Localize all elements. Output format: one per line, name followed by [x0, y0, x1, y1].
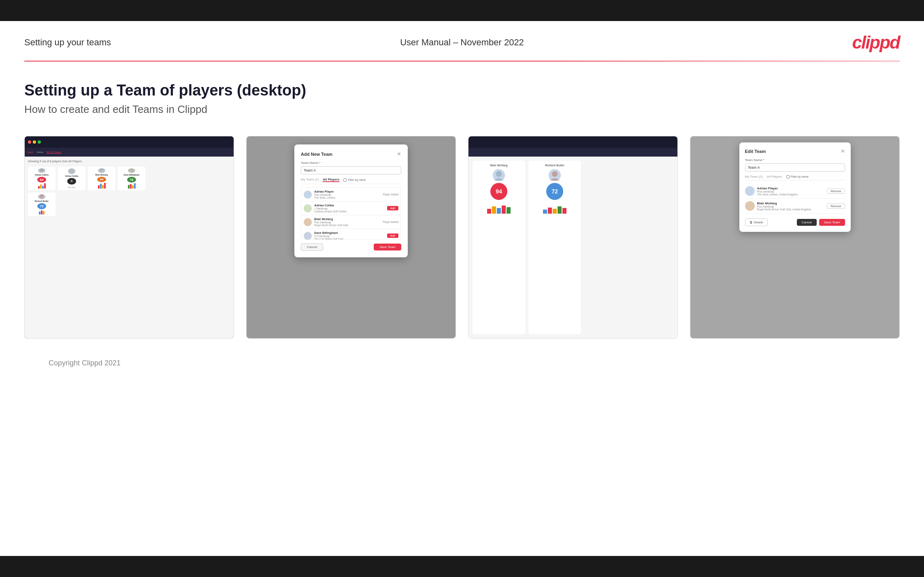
delete-team-button[interactable]: 🗑 Delete: [745, 218, 768, 226]
ss3-avatar-big-2: [549, 169, 561, 181]
ss1-nav: clippd Home My Rd Teams: [25, 148, 234, 157]
filter-label: Filter by name: [348, 178, 366, 181]
ss1-bar: [104, 183, 106, 189]
edit-tab-all-players[interactable]: All Players: [767, 175, 782, 178]
player-club-3: Royal North Devon Golf Club: [314, 224, 380, 227]
clippd-logo: clippd: [852, 32, 900, 53]
ss1-score-2: 0: [67, 178, 76, 185]
cancel-button[interactable]: Cancel: [301, 243, 323, 251]
ss1-teams: My Rd Teams: [47, 151, 62, 154]
tab-all-players[interactable]: All Players: [323, 178, 339, 182]
dot-yellow: [33, 140, 36, 144]
svg-point-5: [496, 171, 502, 177]
top-bar: [0, 0, 924, 21]
player-club-4: The Cog Magg Golf Club: [314, 238, 385, 240]
ss1-bar: [44, 183, 46, 189]
ss1-bar: [130, 184, 132, 189]
player-info-1: Adrian Player Plus Handicap The Stow, Lo…: [314, 190, 380, 199]
add-player-button-4[interactable]: Add: [387, 233, 398, 238]
player-name-1: Adrian Player: [314, 190, 380, 193]
modal-team-name-input[interactable]: [301, 166, 401, 174]
ss1-player-2: Adrian Coliba 0 No data: [58, 167, 85, 190]
page-title: Setting up a Team of players (desktop): [24, 82, 900, 99]
ss1-name-2: Adrian Coliba: [65, 175, 79, 177]
dot-red: [28, 140, 31, 144]
ss1-avatar-4: [128, 168, 135, 173]
edit-filter-checkbox[interactable]: [786, 175, 790, 178]
edit-player-avatar-1: [745, 186, 755, 196]
tab-my-team[interactable]: My Team (2): [301, 178, 319, 182]
ss1-player-4: Dave Billingham 78: [118, 167, 145, 190]
edit-cancel-button[interactable]: Cancel: [797, 219, 817, 226]
remove-player-button-2[interactable]: Remove: [827, 204, 845, 209]
bottom-bar: [0, 556, 924, 577]
players-list: Adrian Player Plus Handicap The Stow, Lo…: [301, 187, 401, 240]
ss1-avatar-2: [68, 168, 75, 174]
edit-player-info-2: Blair McHarg Plus Handicap Royal North D…: [757, 202, 825, 211]
player-detail-2: 1 Handicap: [314, 207, 385, 210]
ss3-content: Blair McHarg 94: [468, 157, 677, 338]
ss3-bars-big-1: [487, 202, 511, 214]
remove-player-button-1[interactable]: Remove: [827, 189, 845, 194]
ss1-logo: clippd: [27, 151, 34, 153]
edit-player-name-2: Blair McHarg: [757, 202, 825, 205]
card-1-text: 1) Click on ‘Teams’ at the top of the sc…: [25, 338, 234, 339]
edit-player-item-2: Blair McHarg Plus Handicap Royal North D…: [745, 199, 845, 214]
ss1-home: Home: [37, 151, 43, 153]
edit-save-team-button[interactable]: Save Team: [819, 219, 845, 226]
ss1-player-5: Richard Butler 72: [28, 193, 55, 216]
card-3: Blair McHarg 94: [468, 136, 678, 339]
screenshot-2: Add New Team ✕ Team Name * My Team (2) A…: [247, 136, 456, 338]
modal-close-icon[interactable]: ✕: [397, 151, 401, 157]
edit-modal-header: Edit Team ✕: [745, 148, 845, 154]
ss3-bars-big-2: [543, 202, 566, 214]
edit-modal-close-icon[interactable]: ✕: [841, 148, 845, 154]
edit-filter-label: Filter by name: [791, 175, 809, 178]
ss1-name-3: Blair McHarg: [96, 174, 108, 176]
edit-team-modal: Edit Team ✕ Team Name * My Team (2) All …: [739, 142, 851, 232]
page-subtitle: How to create and edit Teams in Clippd: [24, 103, 900, 116]
screenshot-1: clippd Home My Rd Teams Showing 5 out of…: [25, 136, 234, 338]
ss1-heading: Showing 5 out of 8 players from All Play…: [28, 160, 230, 163]
player-name-2: Adrian Coliba: [314, 204, 385, 207]
header-center-text: User Manual – November 2022: [400, 37, 524, 48]
player-avatar-4: [304, 232, 312, 240]
player-detail-3: Plus Handicap: [314, 221, 380, 224]
ss1-bars-4: [128, 183, 136, 189]
edit-tab-my-team[interactable]: My Team (2): [745, 175, 763, 178]
ss1-bar: [128, 185, 130, 189]
ss1-content: Showing 5 out of 8 players from All Play…: [25, 157, 234, 338]
ss3-bar: [487, 209, 491, 214]
header: Setting up your teams User Manual – Nove…: [0, 21, 924, 61]
modal-header: Add New Team ✕: [301, 151, 401, 157]
ss3-nav: [468, 148, 677, 157]
card-1: clippd Home My Rd Teams Showing 5 out of…: [24, 136, 234, 339]
ss1-topbar: [25, 136, 234, 148]
ss3-score-big-1: 94: [490, 183, 507, 200]
ss3-bar: [562, 208, 566, 214]
ss1-bar: [42, 186, 44, 189]
ss3-bar: [553, 209, 557, 214]
player-avatar-2: [304, 204, 312, 212]
filter-checkbox[interactable]: [343, 178, 347, 182]
ss1-bars-1: [38, 183, 46, 189]
ss1-bar: [98, 185, 100, 189]
player-club-1: The Stow, London: [314, 196, 380, 199]
ss3-topbar: [468, 136, 677, 148]
edit-team-name-input[interactable]: [745, 163, 845, 172]
add-team-modal: Add New Team ✕ Team Name * My Team (2) A…: [294, 144, 408, 257]
edit-player-info-1: Adrian Player Plus Handicap The Stow Lon…: [757, 187, 825, 196]
screenshot-3: Blair McHarg 94: [468, 136, 677, 338]
player-avatar-3: [304, 218, 312, 226]
svg-point-0: [40, 168, 43, 172]
player-item-4: Dave Billingham 5.5 Handicap The Cog Mag…: [301, 229, 401, 240]
player-item-1: Adrian Player Plus Handicap The Stow, Lo…: [301, 188, 401, 202]
delete-label: Delete: [754, 221, 763, 224]
save-team-button[interactable]: Save Team: [374, 244, 401, 250]
modal-label-team-name: Team Name *: [301, 161, 401, 165]
ss1-score-1: 84: [37, 177, 46, 182]
cards-grid: clippd Home My Rd Teams Showing 5 out of…: [24, 136, 900, 339]
player-info-2: Adrian Coliba 1 Handicap Central London …: [314, 204, 385, 213]
edit-player-avatar-2: [745, 201, 755, 211]
add-player-button-2[interactable]: Add: [387, 206, 398, 210]
